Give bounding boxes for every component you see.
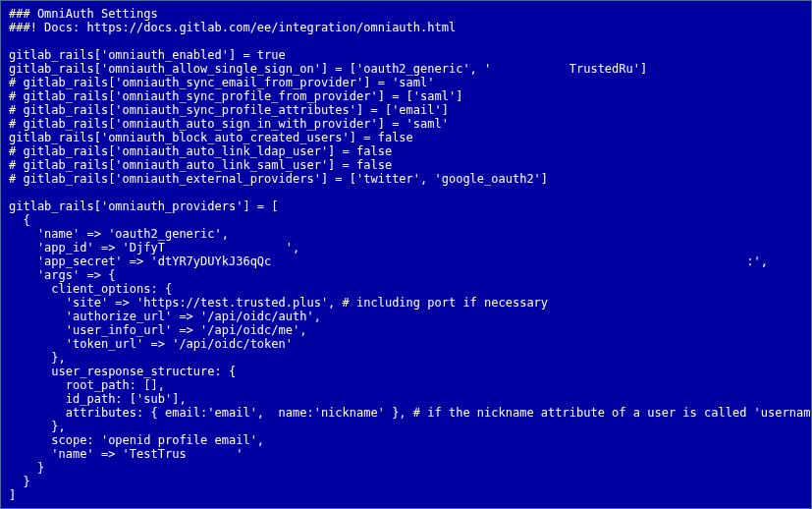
code-line: gitlab_rails['omniauth_block_auto_create…: [9, 131, 413, 144]
code-line: gitlab_rails['omniauth_enabled'] = true: [9, 48, 286, 62]
code-line: id_path: ['sub'],: [9, 392, 187, 406]
code-line: 'args' => {: [9, 268, 115, 282]
code-line: 'name' => 'TestTrus ': [9, 447, 243, 461]
code-line: 'name' => 'oauth2_generic',: [9, 227, 229, 241]
code-line: attributes: { email:'email', name:'nickn…: [9, 406, 812, 420]
code-line: # gitlab_rails['omniauth_sync_profile_at…: [9, 103, 449, 117]
code-line: # gitlab_rails['omniauth_sync_email_from…: [9, 76, 434, 89]
config-terminal: ### OmniAuth Settings ###! Docs: https:/…: [0, 0, 812, 509]
code-line: # gitlab_rails['omniauth_auto_sign_in_wi…: [9, 117, 449, 131]
code-line: 'app_secret' => 'dtYR7yDUYkJ36qQc :',: [9, 254, 768, 268]
code-line: }: [9, 475, 30, 488]
code-line: },: [9, 351, 66, 365]
code-line: client_options: {: [9, 282, 172, 296]
code-line: # gitlab_rails['omniauth_external_provid…: [9, 172, 548, 186]
code-line: # gitlab_rails['omniauth_auto_link_ldap_…: [9, 144, 392, 158]
code-line: gitlab_rails['omniauth_allow_single_sign…: [9, 62, 647, 76]
code-line: # gitlab_rails['omniauth_auto_link_saml_…: [9, 158, 392, 172]
code-line: 'authorize_url' => '/api/oidc/auth',: [9, 310, 321, 323]
code-line: 'site' => 'https://test.trusted.plus', #…: [9, 296, 548, 310]
code-line: 'token_url' => '/api/oidc/token': [9, 337, 293, 351]
code-line: ###! Docs: https://docs.gitlab.com/ee/in…: [9, 21, 456, 34]
code-line: user_response_structure: {: [9, 365, 236, 378]
code-line: 'user_info_url' => '/api/oidc/me',: [9, 323, 306, 337]
code-line: ]: [9, 488, 16, 502]
code-line: ### OmniAuth Settings: [9, 7, 158, 21]
code-line: gitlab_rails['omniauth_providers'] = [: [9, 199, 279, 213]
code-line: },: [9, 420, 66, 433]
code-line: }: [9, 461, 44, 475]
code-line: {: [9, 213, 30, 227]
code-line: root_path: [],: [9, 378, 165, 392]
code-line: 'app_id' => 'DjfyT ',: [9, 241, 299, 254]
code-line: # gitlab_rails['omniauth_sync_profile_fr…: [9, 89, 462, 103]
code-line: scope: 'openid profile email',: [9, 433, 264, 447]
